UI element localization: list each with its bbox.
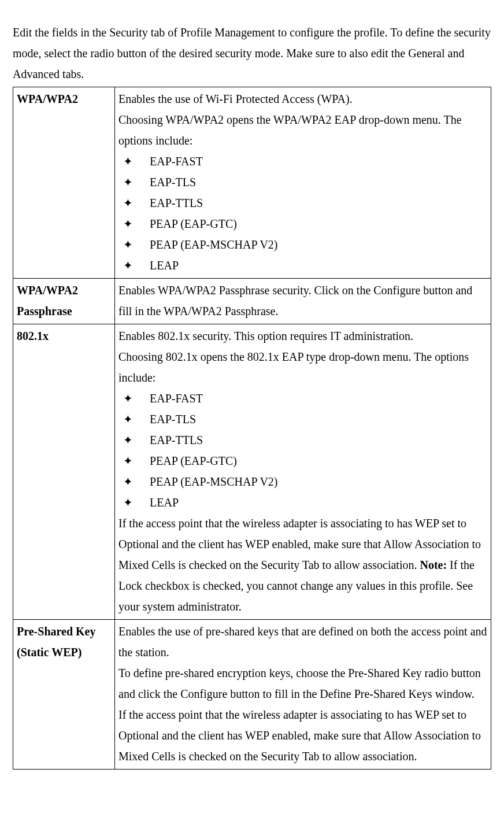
list-item: EAP-FAST xyxy=(118,388,487,409)
desc-psk: Enables the use of pre-shared keys that … xyxy=(115,620,491,770)
psk-p3: If the access point that the wireless ad… xyxy=(118,704,487,767)
term-passphrase: WPA/WPA2 Passphrase xyxy=(13,279,115,324)
list-item: EAP-TTLS xyxy=(118,430,487,450)
term-dot1x: 802.1x xyxy=(13,324,115,620)
term-psk: Pre-Shared Key (Static WEP) xyxy=(13,620,115,770)
list-item: PEAP (EAP-MSCHAP V2) xyxy=(118,234,487,255)
intro-paragraph: Edit the fields in the Security tab of P… xyxy=(13,22,491,84)
list-item: PEAP (EAP-GTC) xyxy=(118,213,487,234)
desc-wpa: Enables the use of Wi-Fi Protected Acces… xyxy=(115,87,491,279)
list-item: EAP-FAST xyxy=(118,151,487,172)
dot1x-p3: If the access point that the wireless ad… xyxy=(118,513,487,617)
list-item: EAP-TLS xyxy=(118,409,487,430)
list-item: LEAP xyxy=(118,492,487,513)
term-wpa: WPA/WPA2 xyxy=(13,87,115,279)
psk-p2: To define pre-shared encryption keys, ch… xyxy=(118,663,487,704)
dot1x-options-list: EAP-FAST EAP-TLS EAP-TTLS PEAP (EAP-GTC)… xyxy=(118,388,487,513)
passphrase-p1: Enables WPA/WPA2 Passphrase security. Cl… xyxy=(118,280,487,321)
desc-dot1x: Enables 802.1x security. This option req… xyxy=(115,324,491,620)
list-item: PEAP (EAP-MSCHAP V2) xyxy=(118,471,487,492)
table-row: Pre-Shared Key (Static WEP) Enables the … xyxy=(13,620,491,770)
wpa-p1: Enables the use of Wi-Fi Protected Acces… xyxy=(118,88,487,109)
table-row: WPA/WPA2 Passphrase Enables WPA/WPA2 Pas… xyxy=(13,279,491,324)
list-item: EAP-TLS xyxy=(118,172,487,193)
desc-passphrase: Enables WPA/WPA2 Passphrase security. Cl… xyxy=(115,279,491,324)
psk-p1: Enables the use of pre-shared keys that … xyxy=(118,621,487,663)
table-row: 802.1x Enables 802.1x security. This opt… xyxy=(13,324,491,620)
dot1x-p2: Choosing 802.1x opens the 802.1x EAP typ… xyxy=(118,346,487,388)
note-label: Note: xyxy=(420,559,447,571)
security-modes-table: WPA/WPA2 Enables the use of Wi-Fi Protec… xyxy=(13,87,491,770)
list-item: PEAP (EAP-GTC) xyxy=(118,450,487,471)
list-item: EAP-TTLS xyxy=(118,193,487,213)
wpa-p2: Choosing WPA/WPA2 opens the WPA/WPA2 EAP… xyxy=(118,109,487,151)
dot1x-p1: Enables 802.1x security. This option req… xyxy=(118,326,487,346)
list-item: LEAP xyxy=(118,255,487,276)
table-row: WPA/WPA2 Enables the use of Wi-Fi Protec… xyxy=(13,87,491,279)
wpa-options-list: EAP-FAST EAP-TLS EAP-TTLS PEAP (EAP-GTC)… xyxy=(118,151,487,276)
